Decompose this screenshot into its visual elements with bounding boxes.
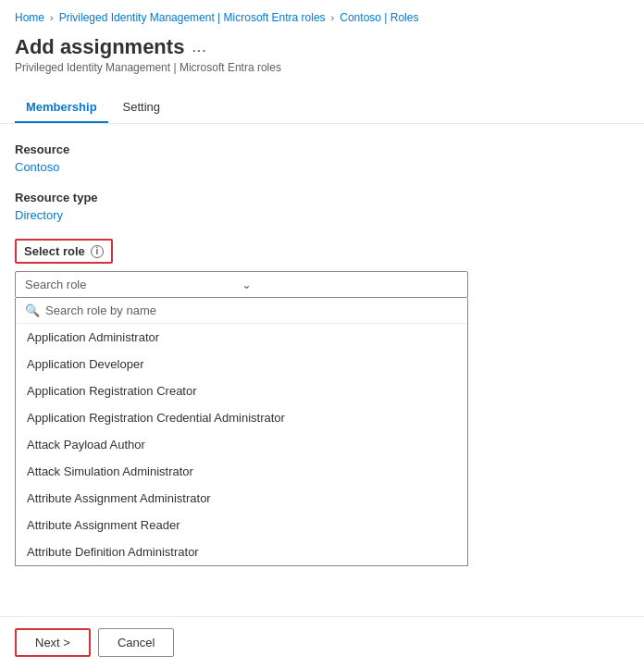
breadcrumb-home[interactable]: Home xyxy=(15,11,44,24)
chevron-down-icon: ⌄ xyxy=(242,278,458,291)
search-role-dropdown[interactable]: Search role ⌄ xyxy=(15,271,468,298)
role-item[interactable]: Attack Simulation Administrator xyxy=(16,458,467,485)
role-item[interactable]: Application Registration Creator xyxy=(16,377,467,404)
search-role-input[interactable] xyxy=(45,303,458,317)
breadcrumb-sep-2: › xyxy=(331,12,335,23)
resource-type-value[interactable]: Directory xyxy=(15,208,629,222)
search-name-row: 🔍 xyxy=(16,298,467,324)
breadcrumb-pim[interactable]: Privileged Identity Management | Microso… xyxy=(59,11,326,24)
resource-type-label: Resource type xyxy=(15,191,629,204)
role-list: Application AdministratorApplication Dev… xyxy=(16,324,467,565)
breadcrumb: Home › Privileged Identity Management | … xyxy=(0,0,644,31)
cancel-button[interactable]: Cancel xyxy=(98,628,174,657)
role-item[interactable]: Application Developer xyxy=(16,351,467,377)
role-item[interactable]: Application Registration Credential Admi… xyxy=(16,404,467,431)
search-role-placeholder: Search role xyxy=(25,278,242,291)
resource-type-section: Resource type Directory xyxy=(15,191,629,222)
tabs: Membership Setting xyxy=(0,93,644,124)
page-title: Add assignments xyxy=(15,35,184,59)
select-role-label-row: Select role i xyxy=(15,239,113,264)
role-item[interactable]: Application Administrator xyxy=(16,324,467,351)
resource-label: Resource xyxy=(15,142,629,156)
breadcrumb-contoso[interactable]: Contoso | Roles xyxy=(340,11,418,24)
role-list-container: 🔍 Application AdministratorApplication D… xyxy=(15,298,468,566)
ellipsis-menu-button[interactable]: ... xyxy=(192,39,206,56)
role-item[interactable]: Attribute Definition Administrator xyxy=(16,538,467,565)
info-icon[interactable]: i xyxy=(91,245,104,258)
next-button[interactable]: Next > xyxy=(15,628,91,657)
page-subtitle: Privileged Identity Management | Microso… xyxy=(15,61,629,74)
tab-setting[interactable]: Setting xyxy=(112,93,171,123)
resource-section: Resource Contoso xyxy=(15,142,629,174)
page-header: Add assignments ... Privileged Identity … xyxy=(0,31,644,85)
content-area: Resource Contoso Resource type Directory… xyxy=(0,124,644,585)
select-role-label: Select role xyxy=(24,244,85,258)
tab-membership[interactable]: Membership xyxy=(15,93,108,123)
breadcrumb-sep-1: › xyxy=(50,12,54,23)
footer: Next > Cancel xyxy=(0,616,644,668)
role-item[interactable]: Attribute Assignment Administrator xyxy=(16,485,467,512)
role-item[interactable]: Attack Payload Author xyxy=(16,431,467,458)
select-role-section: Select role i Search role ⌄ 🔍 Applicatio… xyxy=(15,239,629,566)
resource-value[interactable]: Contoso xyxy=(15,160,629,174)
role-item[interactable]: Attribute Assignment Reader xyxy=(16,512,467,538)
search-icon: 🔍 xyxy=(25,303,40,317)
